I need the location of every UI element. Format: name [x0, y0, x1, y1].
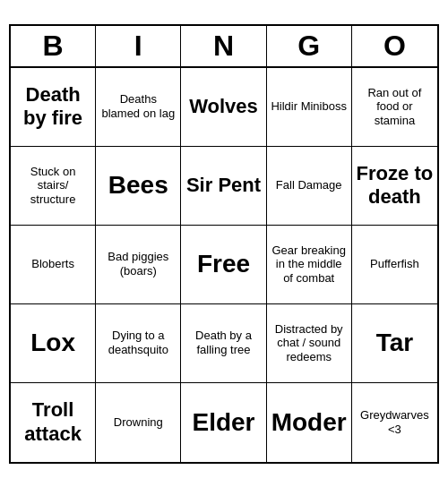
bingo-cell-14: Pufferfish	[352, 226, 437, 304]
cell-text-5: Stuck on stairs/ structure	[14, 165, 91, 207]
bingo-cell-12: Free	[181, 226, 266, 304]
bingo-cell-5: Stuck on stairs/ structure	[11, 147, 96, 226]
cell-text-11: Bad piggies (boars)	[99, 250, 177, 278]
header-letter-i: I	[96, 26, 181, 66]
cell-text-15: Lox	[30, 328, 75, 358]
bingo-cell-6: Bees	[96, 147, 181, 226]
header-letter-b: B	[11, 26, 96, 66]
cell-text-22: Elder	[192, 407, 254, 438]
bingo-cell-7: Sir Pent	[181, 147, 266, 226]
cell-text-21: Drowning	[114, 415, 163, 430]
bingo-cell-3: Hildir Miniboss	[267, 68, 352, 147]
cell-text-4: Ran out of food or stamina	[356, 86, 434, 128]
cell-text-23: Moder	[271, 407, 347, 438]
cell-text-12: Free	[197, 249, 250, 279]
cell-text-6: Bees	[108, 170, 168, 201]
cell-text-0: Death by fire	[14, 83, 91, 131]
bingo-cell-16: Dying to a deathsquito	[96, 304, 181, 383]
bingo-cell-24: Greydwarves <3	[352, 383, 437, 462]
cell-text-8: Fall Damage	[276, 178, 342, 192]
bingo-cell-17: Death by a falling tree	[181, 304, 266, 383]
cell-text-2: Wolves	[189, 95, 258, 118]
bingo-cell-15: Lox	[11, 304, 96, 383]
cell-text-20: Troll attack	[14, 398, 91, 446]
bingo-cell-2: Wolves	[181, 68, 266, 147]
cell-text-9: Froze to death	[356, 162, 434, 209]
cell-text-14: Pufferfish	[370, 257, 419, 271]
bingo-cell-1: Deaths blamed on lag	[96, 68, 181, 147]
bingo-cell-22: Elder	[181, 383, 266, 462]
cell-text-19: Tar	[376, 328, 414, 358]
header-letter-n: N	[181, 26, 266, 66]
bingo-cell-4: Ran out of food or stamina	[352, 68, 437, 147]
header-letter-o: O	[352, 26, 437, 66]
bingo-cell-19: Tar	[352, 304, 437, 383]
bingo-card: BINGO Death by fireDeaths blamed on lagW…	[9, 24, 439, 464]
bingo-header: BINGO	[11, 26, 437, 68]
bingo-cell-23: Moder	[267, 383, 352, 462]
cell-text-16: Dying to a deathsquito	[99, 329, 177, 356]
header-letter-g: G	[267, 26, 352, 66]
bingo-cell-21: Drowning	[96, 383, 181, 462]
bingo-cell-20: Troll attack	[11, 383, 96, 462]
cell-text-3: Hildir Miniboss	[271, 99, 347, 114]
cell-text-7: Sir Pent	[186, 174, 261, 197]
cell-text-17: Death by a falling tree	[185, 329, 262, 356]
bingo-grid: Death by fireDeaths blamed on lagWolvesH…	[11, 68, 437, 462]
bingo-cell-0: Death by fire	[11, 68, 96, 147]
cell-text-13: Gear breaking in the middle of combat	[271, 244, 348, 286]
bingo-cell-18: Distracted by chat / sound redeems	[267, 304, 352, 383]
bingo-cell-8: Fall Damage	[267, 147, 352, 226]
cell-text-18: Distracted by chat / sound redeems	[271, 322, 348, 364]
cell-text-1: Deaths blamed on lag	[99, 92, 177, 120]
bingo-cell-11: Bad piggies (boars)	[96, 226, 181, 304]
bingo-cell-9: Froze to death	[352, 147, 437, 226]
cell-text-10: Bloberts	[31, 257, 74, 271]
cell-text-24: Greydwarves <3	[356, 408, 434, 436]
bingo-cell-10: Bloberts	[11, 226, 96, 304]
bingo-cell-13: Gear breaking in the middle of combat	[267, 226, 352, 304]
